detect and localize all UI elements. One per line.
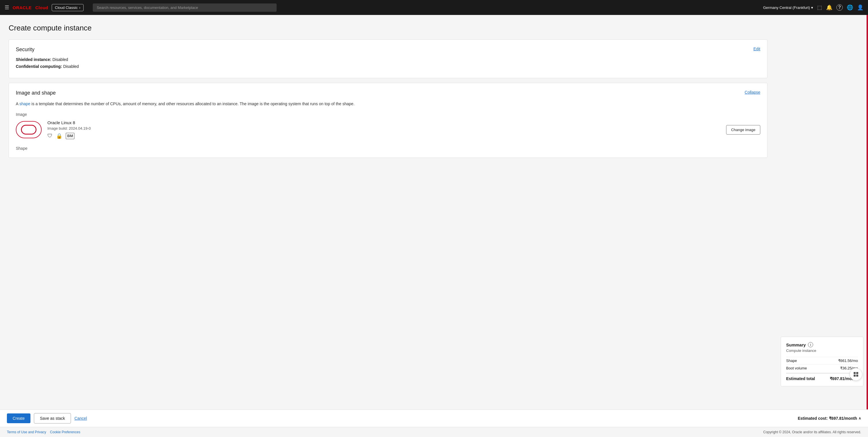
summary-total-label: Estimated total xyxy=(786,376,815,381)
search-input[interactable] xyxy=(93,3,277,12)
shape-link[interactable]: shape xyxy=(19,101,30,106)
footer-left: Terms of Use and Privacy Cookie Preferen… xyxy=(7,430,80,434)
confidential-computing-row: Confidential computing: Disabled xyxy=(16,64,760,69)
oracle-logo-inner xyxy=(21,125,36,135)
region-selector[interactable]: Germany Central (Frankfurt) ▾ xyxy=(763,5,813,10)
create-button[interactable]: Create xyxy=(7,413,30,423)
oracle-linux-logo xyxy=(16,121,42,138)
top-navigation: ☰ ORACLE Cloud Cloud Classic › Germany C… xyxy=(0,0,868,15)
summary-shape-cost: ₹661.56/mo xyxy=(838,358,858,363)
bottom-bar: Create Save as stack Cancel Estimated co… xyxy=(0,409,868,427)
svg-rect-0 xyxy=(854,372,856,374)
page-title: Create compute instance xyxy=(9,24,768,32)
summary-card: Summary i Compute instance Shape ₹661.56… xyxy=(781,337,863,386)
summary-info-icon[interactable]: i xyxy=(808,342,813,347)
estimated-cost-text: Estimated cost: ₹697.81/month xyxy=(798,416,857,420)
image-label: Image xyxy=(16,112,760,117)
summary-title-row: Summary i xyxy=(786,342,858,347)
image-build: Image build: 2024.04.19-0 xyxy=(48,126,720,130)
hamburger-icon[interactable]: ☰ xyxy=(5,4,9,11)
image-security-icons: 🛡 🔒 BM xyxy=(48,133,720,139)
float-widget-button[interactable] xyxy=(849,368,862,381)
summary-total-row: Estimated total ₹697.81/month xyxy=(786,373,858,381)
shield-icon: 🛡 xyxy=(48,133,53,139)
globe-icon[interactable]: 🌐 xyxy=(847,4,853,11)
save-as-stack-button[interactable]: Save as stack xyxy=(34,413,71,424)
footer: Terms of Use and Privacy Cookie Preferen… xyxy=(0,427,868,437)
image-shape-description: A shape is a template that determines th… xyxy=(16,100,760,107)
collapse-link[interactable]: Collapse xyxy=(745,90,760,95)
image-name: Oracle Linux 8 xyxy=(48,120,720,125)
image-selection-row: Oracle Linux 8 Image build: 2024.04.19-0… xyxy=(16,120,760,139)
summary-boot-volume-label: Boot volume xyxy=(786,366,807,370)
shielded-instance-row: Shielded instance: Disabled xyxy=(16,57,760,62)
lock-icon: 🔒 xyxy=(56,133,62,139)
svg-rect-2 xyxy=(854,375,856,377)
summary-boot-volume-row: Boot volume ₹36.25/mo xyxy=(786,364,858,372)
image-shape-card: Image and shape Collapse A shape is a te… xyxy=(9,83,768,158)
oracle-logo: ORACLE Cloud xyxy=(13,5,48,10)
shape-label: Shape xyxy=(16,146,760,151)
help-icon[interactable]: ? xyxy=(836,4,843,11)
svg-rect-1 xyxy=(856,372,858,374)
main-layout: Create compute instance Security Edit Sh… xyxy=(0,15,868,409)
summary-shape-row: Shape ₹661.56/mo xyxy=(786,357,858,364)
security-card: Security Edit Shielded instance: Disable… xyxy=(9,39,768,78)
security-title: Security xyxy=(16,47,34,53)
svg-rect-3 xyxy=(856,375,858,377)
cancel-button[interactable]: Cancel xyxy=(74,416,87,420)
image-info: Oracle Linux 8 Image build: 2024.04.19-0… xyxy=(48,120,720,139)
security-header: Security Edit xyxy=(16,47,760,53)
summary-shape-label: Shape xyxy=(786,358,797,363)
estimated-cost-display[interactable]: Estimated cost: ₹697.81/month ∧ xyxy=(798,416,861,420)
topnav-right-controls: Germany Central (Frankfurt) ▾ ⬚ 🔔 ? 🌐 👤 xyxy=(763,4,863,11)
chevron-up-icon: ∧ xyxy=(859,416,861,420)
cloud-classic-button[interactable]: Cloud Classic › xyxy=(52,4,84,11)
topnav-icons: ⬚ 🔔 ? 🌐 👤 xyxy=(817,4,863,11)
cookie-preferences-link[interactable]: Cookie Preferences xyxy=(50,430,80,434)
scroll-indicator xyxy=(867,15,868,409)
footer-copyright: Copyright © 2024, Oracle and/or its affi… xyxy=(763,430,861,434)
summary-subtitle: Compute instance xyxy=(786,348,858,353)
terminal-icon[interactable]: ⬚ xyxy=(817,4,822,11)
image-shape-title: Image and shape xyxy=(16,90,56,96)
image-shape-header: Image and shape Collapse xyxy=(16,90,760,96)
content-area: Create compute instance Security Edit Sh… xyxy=(0,15,776,409)
summary-title: Summary xyxy=(786,342,806,347)
bm-icon: BM xyxy=(66,133,74,139)
terms-link[interactable]: Terms of Use and Privacy xyxy=(7,430,46,434)
bell-icon[interactable]: 🔔 xyxy=(826,4,832,11)
right-panel: Summary i Compute instance Shape ₹661.56… xyxy=(776,15,868,409)
user-icon[interactable]: 👤 xyxy=(857,4,863,11)
security-edit-link[interactable]: Edit xyxy=(753,47,760,51)
change-image-button[interactable]: Change image xyxy=(726,125,760,135)
